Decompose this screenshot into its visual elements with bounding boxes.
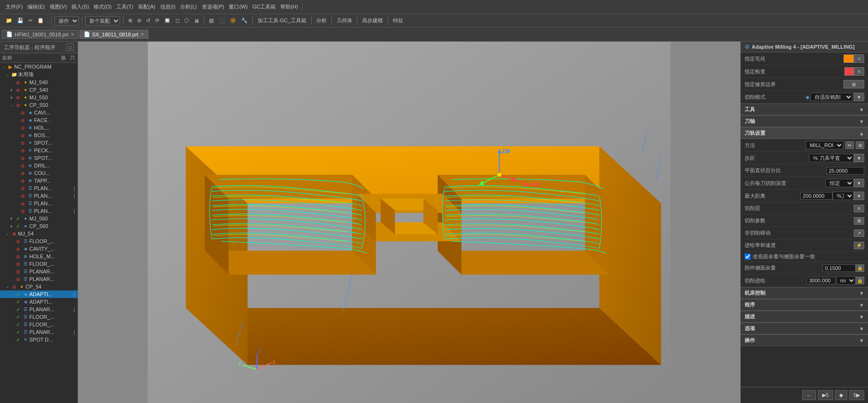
tree-planar1[interactable]: ⊘ ☰ PLANAR...: [0, 268, 78, 275]
tab-hfwj[interactable]: 📄 HFWJ_18001_0518.prt ✕: [2, 30, 78, 39]
tree-bos[interactable]: ⊘ ⊕ BOS...: [0, 131, 78, 139]
program-header[interactable]: 程序 ▼: [741, 299, 868, 311]
tool-section-header[interactable]: 工具 ▼: [741, 104, 868, 115]
toolbar-misc6[interactable]: 分析: [314, 16, 329, 25]
menu-gctoolbox[interactable]: GC工具箱: [251, 2, 278, 11]
non-cut-icon-btn[interactable]: ↗: [854, 229, 864, 237]
tree-cp560[interactable]: + ✓ ● CP_560: [0, 222, 78, 230]
menu-format[interactable]: 格式(O): [92, 2, 113, 11]
tree-spot1[interactable]: ⊘ ✕ SPOT...: [0, 139, 78, 147]
action-btn-verify[interactable]: ◆: [835, 390, 847, 400]
tree-floor2[interactable]: ⊘ ☰ FLOOR_...: [0, 260, 78, 268]
max-dist-expand[interactable]: ▼: [854, 192, 864, 200]
tab-close-1[interactable]: ✕: [70, 32, 74, 37]
common-depth-select[interactable]: 恒定: [825, 179, 854, 187]
cut-mode-expand[interactable]: ▼: [854, 93, 864, 101]
tree-cavity1[interactable]: ⊘ ◈ CAVITY_...: [0, 245, 78, 253]
max-dist-unit-select[interactable]: %刀具: [833, 192, 854, 200]
desc-header[interactable]: 描述 ▼: [741, 311, 868, 323]
tree-hol[interactable]: ⊘ ⊕ HOL...: [0, 124, 78, 131]
menu-analysis[interactable]: 分析(L): [178, 2, 199, 11]
toolbar-view-btn6[interactable]: ◻: [174, 17, 182, 25]
tree-floor1[interactable]: ⊘ ☰ FLOOR_...: [0, 237, 78, 245]
method-more-btn[interactable]: ⚙: [856, 141, 864, 149]
toolbar-misc8[interactable]: 高步建模: [360, 16, 385, 25]
toolbar-view-btn4[interactable]: ⟳: [153, 17, 161, 25]
toolbar-misc5[interactable]: 加工工具·GC_工具箱: [256, 16, 308, 25]
cut-feed-unit-select[interactable]: mmpm: [836, 276, 856, 285]
specify-blank-btn1[interactable]: [843, 54, 854, 63]
tab-close-2[interactable]: ✕: [140, 32, 144, 37]
toolbar-view-btn8[interactable]: 🖥: [192, 17, 201, 25]
tree-plan2[interactable]: ⊘ ☰ PLAN... |: [0, 192, 78, 200]
tree-holem[interactable]: ⊘ ⊕ HOLE_M...: [0, 253, 78, 260]
tree-cp54[interactable]: - ⊘ ● CP_54: [0, 283, 78, 290]
tab-sx[interactable]: 📄 SX_18011_0818.prt ✕: [79, 30, 148, 39]
tree-cavi[interactable]: ⊘ ◈ CAVI...: [0, 109, 78, 116]
tree-cp550[interactable]: - ⊘ ● CP_550: [0, 101, 78, 109]
tree-floor4[interactable]: ✓ ☰ FLOOR_...: [0, 321, 78, 328]
feed-speed-icon-btn[interactable]: ⚡: [854, 242, 864, 249]
cut-params-icon-btn[interactable]: ⊞: [854, 217, 864, 225]
cut-mode-select[interactable]: 自适应铣削: [810, 93, 853, 101]
toolbar-view-btn2[interactable]: ⊖: [135, 17, 143, 25]
toolbar-btn-4[interactable]: 📋: [35, 17, 46, 25]
step-select[interactable]: % 刀具平直: [809, 154, 854, 162]
toolbar-view-btn7[interactable]: ⬡: [182, 17, 191, 25]
tree-adapti1[interactable]: ✓ ◈ ADAPTI... |: [0, 290, 78, 298]
toolbar-misc9[interactable]: 特征: [391, 16, 405, 25]
toolbar-btn-2[interactable]: 💾: [15, 17, 26, 25]
toolbar-misc7[interactable]: 几何体: [335, 16, 354, 25]
toolbar-btn-3[interactable]: ✂: [26, 17, 35, 25]
geom-dropdown[interactable]: 新个装配: [85, 16, 120, 26]
tree-mj550[interactable]: + ⊘ ● MJ_550: [0, 94, 78, 101]
center-viewport[interactable]: ZM XM: [78, 42, 740, 403]
tree-plan4[interactable]: ⊘ ☰ PLAN... |: [0, 207, 78, 215]
tree-plan1[interactable]: ⊘ ☰ PLAN... |: [0, 184, 78, 192]
tree-planar3[interactable]: ✓ ☰ PLANAR... |: [0, 306, 78, 313]
tree-area[interactable]: - ▶ NC_PROGRAM - 📁 未用项 ⊘ ●: [0, 63, 78, 403]
specify-check-btn1[interactable]: [844, 67, 854, 76]
action-btn-gen[interactable]: ▶5: [818, 390, 833, 400]
operate-header[interactable]: 操作 ▼: [741, 334, 868, 346]
cut-feed-lock-btn[interactable]: 🔒: [856, 277, 864, 284]
floor-stock-checkbox[interactable]: [745, 254, 751, 260]
menu-window[interactable]: 窗口(W): [227, 2, 250, 11]
tree-nc-program[interactable]: - ▶ NC_PROGRAM: [0, 63, 78, 70]
tree-unused[interactable]: - 📁 未用项: [0, 70, 78, 79]
toolbar-view-btn1[interactable]: ⊕: [126, 17, 134, 25]
toolbar-misc4[interactable]: 🔧: [239, 17, 250, 25]
common-depth-expand[interactable]: ▼: [854, 179, 864, 187]
cut-layer-icon-btn[interactable]: ≡: [854, 205, 864, 212]
toolbar-view-btn3[interactable]: ↺: [144, 17, 152, 25]
cut-feed-input[interactable]: [807, 277, 836, 284]
tree-plan3[interactable]: ⊘ ☰ PLAN...: [0, 200, 78, 207]
menu-info[interactable]: 信息(I): [158, 2, 177, 11]
method-edit-btn[interactable]: ✏: [845, 141, 854, 149]
tree-mj540[interactable]: ⊘ ● MJ_540: [0, 79, 78, 86]
max-dist-input[interactable]: [800, 192, 833, 200]
method-select[interactable]: MILL_ROUGH: [806, 141, 843, 149]
operation-dropdown[interactable]: 操作: [54, 16, 79, 26]
toolbar-misc1[interactable]: ▤: [207, 17, 216, 25]
axis-section-header[interactable]: 刀轴 ▼: [741, 115, 868, 127]
flat-pct-input[interactable]: [826, 167, 864, 175]
side-stock-input[interactable]: [823, 264, 856, 272]
tree-spotd[interactable]: ✓ ✕ SPOT D...: [0, 336, 78, 343]
tree-mj54[interactable]: - ⊗ MJ_54: [0, 230, 78, 237]
side-stock-lock-btn[interactable]: 🔒: [856, 264, 864, 272]
menu-assembly[interactable]: 装配(A): [136, 2, 157, 11]
tree-face[interactable]: ⊘ ◈ FACE .: [0, 116, 78, 124]
toolbar-view-btn5[interactable]: 🔲: [162, 17, 173, 25]
tree-adapti2[interactable]: ✓ ◈ ADAPTI...: [0, 298, 78, 306]
panel-close-btn[interactable]: □: [66, 44, 74, 51]
tree-peck[interactable]: ⊘ ✕ PECK...: [0, 147, 78, 154]
menu-tools[interactable]: 工具(T): [114, 2, 135, 11]
machine-ctrl-header[interactable]: 机床控制 ▼: [741, 287, 868, 299]
toolbar-misc3[interactable]: 🔆: [228, 17, 238, 25]
toolbar-misc2[interactable]: ⬛: [217, 17, 227, 25]
menu-prefs[interactable]: 首选项(P): [200, 2, 226, 11]
action-btn-back[interactable]: ←: [802, 390, 816, 400]
options-header[interactable]: 选项 ▼: [741, 323, 868, 334]
path-settings-header[interactable]: 刀轨设置 ▲: [741, 127, 868, 139]
